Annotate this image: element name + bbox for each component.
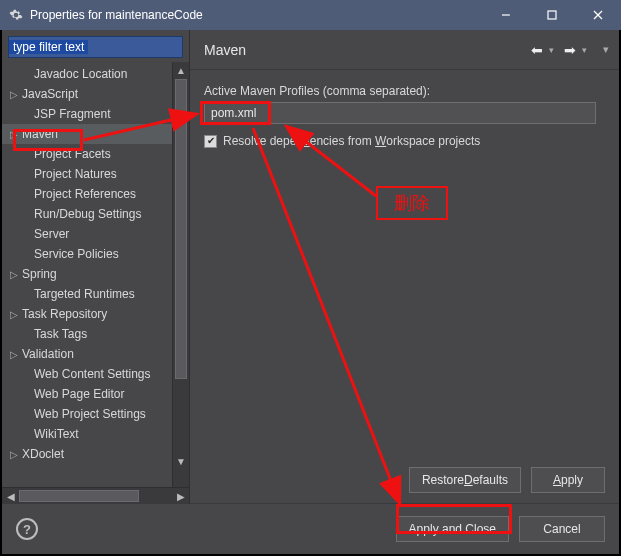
titlebar: Properties for maintenanceCode: [0, 0, 621, 30]
maximize-button[interactable]: [529, 0, 575, 30]
close-button[interactable]: [575, 0, 621, 30]
tree-item-jsp-fragment[interactable]: JSP Fragment: [2, 104, 172, 124]
svg-rect-1: [548, 11, 556, 19]
resolve-checkbox[interactable]: ✔: [204, 135, 217, 148]
minimize-button[interactable]: [483, 0, 529, 30]
tree-item-label: Spring: [20, 267, 57, 281]
tree-item-label: JSP Fragment: [20, 107, 110, 121]
tree-item-web-content-settings[interactable]: Web Content Settings: [2, 364, 172, 384]
tree-item-label: Targeted Runtimes: [20, 287, 135, 301]
view-menu-icon[interactable]: ▾: [603, 43, 609, 56]
tree-item-spring[interactable]: ▷Spring: [2, 264, 172, 284]
tree-item-project-facets[interactable]: Project Facets: [2, 144, 172, 164]
tree-item-service-policies[interactable]: Service Policies: [2, 244, 172, 264]
scroll-thumb[interactable]: [175, 79, 187, 379]
tree-item-label: Task Tags: [20, 327, 87, 341]
tree-item-wikitext[interactable]: WikiText: [2, 424, 172, 444]
expand-icon[interactable]: ▷: [8, 129, 20, 140]
cancel-button[interactable]: Cancel: [519, 516, 605, 542]
tree-item-web-project-settings[interactable]: Web Project Settings: [2, 404, 172, 424]
tree-item-label: JavaScript: [20, 87, 78, 101]
tree-item-label: Web Content Settings: [20, 367, 151, 381]
expand-icon[interactable]: ▷: [8, 309, 20, 320]
tree-item-label: Service Policies: [20, 247, 119, 261]
expand-icon[interactable]: ▷: [8, 349, 20, 360]
tree-item-label: Javadoc Location: [20, 67, 127, 81]
tree-item-project-references[interactable]: Project References: [2, 184, 172, 204]
nav-arrows: ⬅▾ ➡▾ ▾: [531, 42, 609, 58]
filter-placeholder: type filter text: [9, 40, 88, 54]
scroll-up-icon[interactable]: ▲: [173, 62, 189, 79]
tree-item-server[interactable]: Server: [2, 224, 172, 244]
content-footer: Restore Defaults Apply: [190, 467, 619, 504]
horizontal-scrollbar[interactable]: ◀ ▶: [2, 487, 189, 504]
profiles-input[interactable]: pom.xml: [204, 102, 596, 124]
tree-item-maven[interactable]: ▷Maven: [2, 124, 172, 144]
tree-item-task-repository[interactable]: ▷Task Repository: [2, 304, 172, 324]
profiles-value: pom.xml: [211, 106, 256, 120]
expand-icon[interactable]: ▷: [8, 269, 20, 280]
apply-button[interactable]: Apply: [531, 467, 605, 493]
restore-defaults-button[interactable]: Restore Defaults: [409, 467, 521, 493]
tree-item-targeted-runtimes[interactable]: Targeted Runtimes: [2, 284, 172, 304]
vertical-scrollbar[interactable]: ▲ ▼: [172, 62, 189, 487]
tree-item-web-page-editor[interactable]: Web Page Editor: [2, 384, 172, 404]
bottom-bar: ? Apply and Close Cancel: [2, 504, 619, 554]
window-title: Properties for maintenanceCode: [30, 8, 483, 22]
content-panel: Maven ⬅▾ ➡▾ ▾ Active Maven Profiles (com…: [190, 30, 619, 504]
tree-item-label: Validation: [20, 347, 74, 361]
tree-item-label: Maven: [20, 127, 58, 141]
profiles-label: Active Maven Profiles (comma separated):: [204, 84, 605, 98]
apply-and-close-button[interactable]: Apply and Close: [396, 516, 509, 542]
tree-item-validation[interactable]: ▷Validation: [2, 344, 172, 364]
tree-item-label: Task Repository: [20, 307, 107, 321]
page-title: Maven: [204, 42, 531, 58]
hscroll-thumb[interactable]: [19, 490, 139, 502]
expand-icon[interactable]: ▷: [8, 449, 20, 460]
tree-item-label: Project Facets: [20, 147, 111, 161]
forward-icon[interactable]: ➡: [564, 42, 576, 58]
tree-item-task-tags[interactable]: Task Tags: [2, 324, 172, 344]
tree-item-xdoclet[interactable]: ▷XDoclet: [2, 444, 172, 464]
tree-item-project-natures[interactable]: Project Natures: [2, 164, 172, 184]
tree-item-label: Web Project Settings: [20, 407, 146, 421]
tree-item-label: XDoclet: [20, 447, 64, 461]
tree-item-label: Web Page Editor: [20, 387, 125, 401]
tree-item-javascript[interactable]: ▷JavaScript: [2, 84, 172, 104]
help-icon[interactable]: ?: [16, 518, 38, 540]
resolve-checkbox-row: ✔ Resolve dependencies from Workspace pr…: [204, 134, 605, 148]
filter-input[interactable]: type filter text: [8, 36, 183, 58]
tree-item-label: WikiText: [20, 427, 79, 441]
forward-menu-icon[interactable]: ▾: [582, 45, 587, 55]
sidebar: type filter text Javadoc Location▷JavaSc…: [2, 30, 190, 504]
back-menu-icon[interactable]: ▾: [549, 45, 554, 55]
resolve-label: Resolve dependencies from Workspace proj…: [223, 134, 480, 148]
tree-item-run-debug-settings[interactable]: Run/Debug Settings: [2, 204, 172, 224]
scroll-down-icon[interactable]: ▼: [173, 453, 189, 470]
gear-icon: [8, 7, 24, 23]
client-area: type filter text Javadoc Location▷JavaSc…: [2, 30, 619, 554]
tree-item-label: Run/Debug Settings: [20, 207, 141, 221]
scroll-right-icon[interactable]: ▶: [172, 488, 189, 505]
tree-item-label: Server: [20, 227, 69, 241]
back-icon[interactable]: ⬅: [531, 42, 543, 58]
category-tree[interactable]: Javadoc Location▷JavaScriptJSP Fragment▷…: [2, 62, 172, 487]
tree-item-label: Project References: [20, 187, 136, 201]
content-header: Maven ⬅▾ ➡▾ ▾: [190, 30, 619, 70]
tree-item-label: Project Natures: [20, 167, 117, 181]
tree-item-javadoc-location[interactable]: Javadoc Location: [2, 64, 172, 84]
expand-icon[interactable]: ▷: [8, 89, 20, 100]
scroll-left-icon[interactable]: ◀: [2, 488, 19, 505]
